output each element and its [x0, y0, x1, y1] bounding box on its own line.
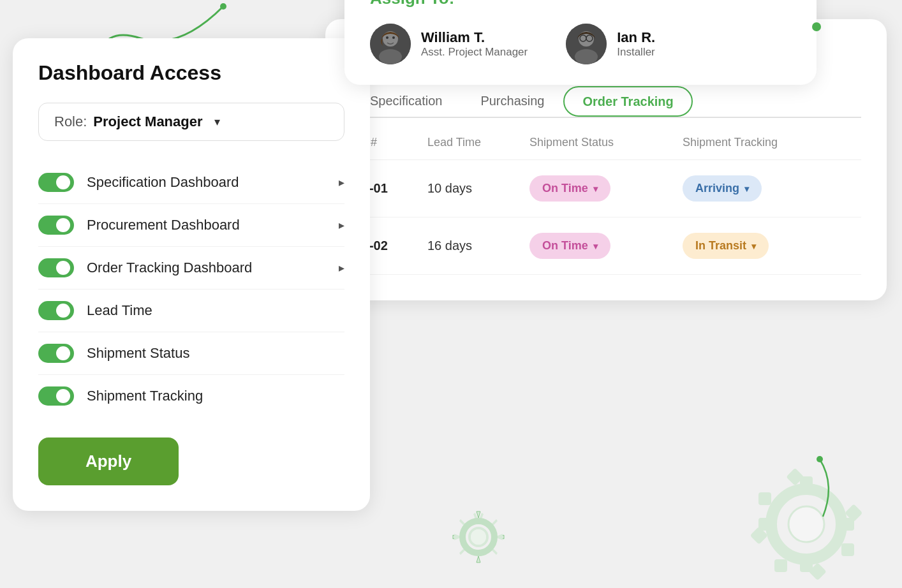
- svg-point-0: [220, 3, 226, 10]
- arriving-label: Arriving: [695, 182, 739, 195]
- chevron-right-icon-3: ▸: [339, 261, 344, 275]
- gear-icon-left: [447, 505, 510, 569]
- shipment-status-1: On Time ▾: [529, 175, 683, 202]
- header-lead-time: Lead Time: [427, 136, 529, 149]
- svg-rect-14: [774, 559, 787, 572]
- lead-time-2: 16 days: [427, 239, 529, 253]
- table-header: PO # Lead Time Shipment Status Shipment …: [351, 136, 861, 160]
- chevron-right-icon: ▸: [339, 175, 344, 189]
- chevron-down-icon-tracking-1: ▾: [744, 184, 749, 194]
- gear-icon-right: [749, 467, 864, 582]
- assign-to-title: Assign To:: [370, 0, 791, 8]
- shipment-tracking-1: Arriving ▾: [683, 175, 861, 202]
- chevron-down-icon-status-2: ▾: [593, 241, 598, 251]
- assignee-william: William T. Asst. Project Manager: [370, 24, 528, 64]
- toggle-row-order-dashboard: Order Tracking Dashboard ▸: [38, 247, 344, 290]
- in-transit-label: In Transit: [695, 239, 746, 253]
- svg-point-29: [817, 456, 823, 462]
- assignee-info-ian: Ian R. Installer: [617, 29, 655, 59]
- assignee-info-william: William T. Asst. Project Manager: [421, 29, 528, 59]
- on-time-label-1: On Time: [542, 182, 588, 195]
- svg-point-25: [575, 49, 598, 64]
- assignee-name-william: William T.: [421, 29, 528, 46]
- toggle-row-shipment-tracking: Shipment Tracking: [38, 375, 344, 417]
- svg-rect-12: [841, 543, 854, 556]
- tracking-badge-in-transit[interactable]: In Transit ▾: [683, 233, 769, 259]
- po-table: PO # Lead Time Shipment Status Shipment …: [351, 136, 861, 275]
- toggle-row-lead-time: Lead Time: [38, 290, 344, 332]
- avatar-ian: [566, 24, 607, 64]
- toggle-row-proc-dashboard: Procurement Dashboard ▸: [38, 204, 344, 247]
- assignee-role-william: Asst. Project Manager: [421, 46, 528, 59]
- svg-point-21: [386, 36, 388, 39]
- dashboard-access-card: Dashboard Access Role: Project Manager ▾…: [13, 38, 370, 511]
- lead-time-1: 10 days: [427, 181, 529, 196]
- tab-order-tracking[interactable]: Order Tracking: [563, 86, 692, 117]
- toggle-label-shipment-status: Shipment Status: [87, 345, 189, 362]
- table-row-2: PO-02 16 days On Time ▾ In Transit ▾: [351, 217, 861, 275]
- tracking-badge-arriving[interactable]: Arriving ▾: [683, 175, 762, 202]
- shipment-status-2: On Time ▾: [529, 233, 683, 259]
- toggle-section: Specification Dashboard ▸ Procurement Da…: [38, 161, 344, 417]
- assign-card: Assign To:: [344, 0, 817, 85]
- svg-point-22: [392, 36, 395, 39]
- scene: Dashboard Access Role: Project Manager ▾…: [0, 0, 902, 588]
- toggle-label-spec-dashboard: Specification Dashboard: [87, 174, 239, 191]
- tab-purchasing[interactable]: Purchasing: [461, 86, 563, 118]
- header-shipment-tracking: Shipment Tracking: [683, 136, 861, 149]
- toggle-label-lead-time: Lead Time: [87, 302, 152, 319]
- chevron-down-icon-status-1: ▾: [593, 184, 598, 194]
- toggle-lead-time[interactable]: [38, 301, 74, 320]
- toggle-proc-dashboard[interactable]: [38, 216, 74, 235]
- svg-point-6: [788, 506, 824, 542]
- connector-dot: [812, 22, 821, 31]
- toggle-label-shipment-tracking: Shipment Tracking: [87, 388, 203, 404]
- on-time-label-2: On Time: [542, 239, 588, 253]
- avatar-william: [370, 24, 411, 64]
- svg-rect-16: [758, 492, 771, 505]
- toggle-spec-dashboard[interactable]: [38, 173, 74, 192]
- chevron-right-icon-2: ▸: [339, 218, 344, 232]
- svg-point-4: [471, 529, 486, 545]
- toggle-row-spec-dashboard: Specification Dashboard ▸: [38, 161, 344, 204]
- toggle-shipment-tracking[interactable]: [38, 386, 74, 406]
- header-shipment-status: Shipment Status: [529, 136, 683, 149]
- toggle-label-proc-dashboard: Procurement Dashboard: [87, 217, 240, 233]
- role-selector[interactable]: Role: Project Manager ▾: [38, 103, 344, 141]
- assignees-list: William T. Asst. Project Manager: [370, 24, 791, 64]
- tabs: Specification Purchasing Order Tracking: [351, 86, 861, 118]
- assignee-role-ian: Installer: [617, 46, 655, 59]
- status-badge-on-time-1[interactable]: On Time ▾: [529, 175, 610, 202]
- status-badge-on-time-2[interactable]: On Time ▾: [529, 233, 610, 259]
- shipment-tracking-2: In Transit ▾: [683, 233, 861, 259]
- assignee-name-ian: Ian R.: [617, 29, 655, 46]
- svg-point-20: [379, 49, 402, 64]
- toggle-row-shipment-status: Shipment Status: [38, 332, 344, 375]
- role-value: Project Manager: [93, 114, 202, 130]
- chevron-down-icon: ▾: [214, 115, 220, 129]
- toggle-label-order-dashboard: Order Tracking Dashboard: [87, 260, 252, 276]
- toggle-order-dashboard[interactable]: [38, 258, 74, 277]
- dashboard-access-title: Dashboard Access: [38, 61, 344, 85]
- toggle-shipment-status[interactable]: [38, 344, 74, 363]
- table-row: PO-01 10 days On Time ▾ Arriving ▾: [351, 160, 861, 217]
- role-label: Role:: [54, 114, 87, 130]
- assignee-ian: Ian R. Installer: [566, 24, 655, 64]
- apply-button[interactable]: Apply: [38, 437, 179, 485]
- chevron-down-icon-tracking-2: ▾: [751, 241, 756, 251]
